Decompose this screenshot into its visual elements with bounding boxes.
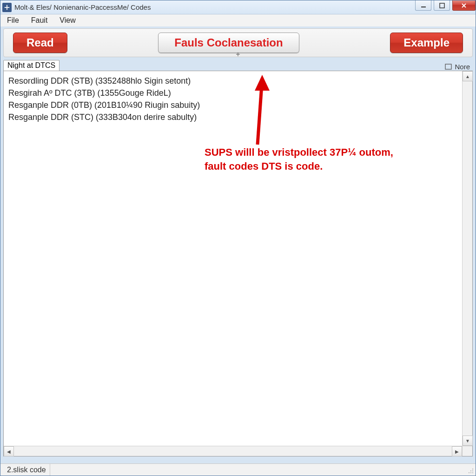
- scroll-corner: [462, 446, 472, 456]
- tab-strip: Night at DTCS Nore: [3, 60, 473, 71]
- list-item[interactable]: Resordling DDR (STB) (3352488hlo Sigin s…: [8, 75, 458, 87]
- content-area[interactable]: Resordling DDR (STB) (3352488hlo Sigin s…: [5, 72, 462, 446]
- close-button[interactable]: [452, 0, 476, 11]
- horizontal-scrollbar[interactable]: ◀ ▶: [4, 446, 462, 456]
- svg-point-5: [472, 469, 473, 469]
- window-controls: [413, 0, 476, 14]
- svg-point-7: [472, 470, 473, 471]
- menu-fault[interactable]: Fauit: [27, 15, 52, 26]
- content-wrap: Resordling DDR (STB) (3352488hlo Sigin s…: [3, 71, 473, 456]
- scroll-right-icon[interactable]: ▶: [452, 446, 462, 456]
- tab-right-label: Nore: [455, 63, 470, 71]
- example-button[interactable]: Example: [390, 33, 463, 53]
- svg-rect-2: [445, 64, 451, 69]
- add-tab-icon[interactable]: +: [236, 50, 240, 59]
- panel-icon: [445, 64, 452, 70]
- minimize-button[interactable]: [415, 0, 431, 11]
- title-bar: Molt·& Eles/ Nonienanic-PaccessMe/ Codes: [0, 0, 476, 14]
- status-bar: 2.slisk code: [0, 463, 476, 476]
- app-icon: [2, 3, 12, 12]
- content-panel: Resordling DDR (STB) (3352488hlo Sigin s…: [3, 71, 473, 456]
- vertical-scrollbar[interactable]: ▲ ▼: [462, 71, 472, 446]
- app-window: Molt·& Eles/ Nonienanic-PaccessMe/ Codes…: [0, 0, 476, 476]
- fauls-button[interactable]: Fauls Coclanesation: [158, 33, 299, 53]
- resize-grip-icon[interactable]: [467, 467, 474, 474]
- svg-point-10: [472, 472, 473, 473]
- svg-rect-1: [440, 3, 444, 8]
- list-item[interactable]: Resgirah Aº DTC (3TB) (1355Gouge RideL): [8, 87, 458, 99]
- menu-view[interactable]: View: [56, 15, 79, 26]
- menu-bar: File Fauit View: [0, 14, 476, 26]
- tab-right-control[interactable]: Nore: [445, 63, 473, 71]
- toolbar: Read Fauls Coclanesation Example +: [3, 28, 473, 57]
- status-cell: 2.slisk code: [3, 464, 50, 476]
- menu-file[interactable]: File: [3, 15, 23, 26]
- list-item[interactable]: Resganple DDR (0TB) (201B10¼90 Riugin sa…: [8, 99, 458, 111]
- scroll-down-icon[interactable]: ▼: [463, 436, 473, 446]
- read-button[interactable]: Read: [13, 33, 67, 53]
- svg-point-8: [469, 472, 469, 473]
- window-title: Molt·& Eles/ Nonienanic-PaccessMe/ Codes: [14, 3, 413, 11]
- svg-point-9: [470, 472, 471, 473]
- list-item[interactable]: Resganple DDR (STC) (333B304on derire sa…: [8, 111, 458, 123]
- scroll-up-icon[interactable]: ▲: [463, 71, 473, 81]
- svg-rect-0: [421, 7, 426, 7]
- maximize-button[interactable]: [434, 0, 450, 11]
- svg-point-6: [470, 470, 471, 471]
- scroll-left-icon[interactable]: ◀: [4, 446, 14, 456]
- tab-night-dtcs[interactable]: Night at DTCS: [3, 60, 60, 71]
